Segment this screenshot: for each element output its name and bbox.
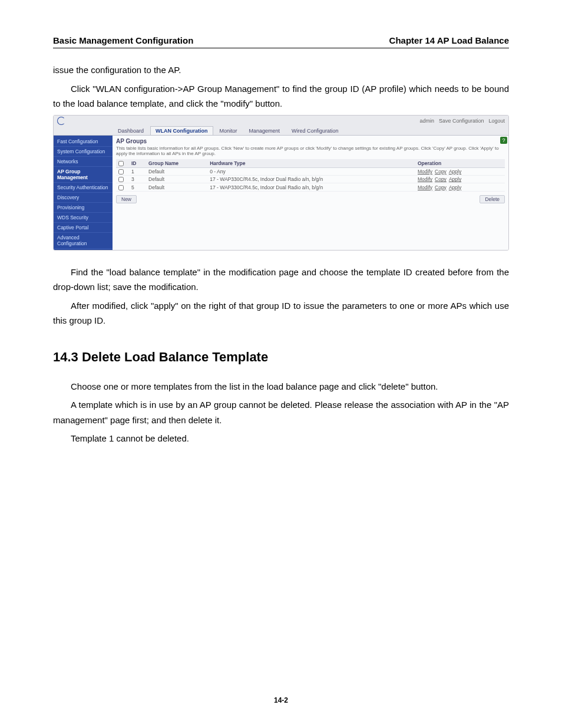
column-header: Hardware Type [207, 159, 415, 168]
tab-wlan-configuration[interactable]: WLAN Configuration [150, 126, 213, 135]
logo-swirl-icon [57, 117, 65, 125]
modify-link[interactable]: Modify [418, 176, 432, 182]
ap-groups-table: IDGroup NameHardware TypeOperation 1Defa… [116, 159, 505, 192]
tab-wired-configuration[interactable]: Wired Configuration [286, 126, 344, 135]
panel-title: AP Groups [116, 138, 505, 144]
tab-management[interactable]: Management [244, 126, 286, 135]
column-header: Group Name [146, 159, 207, 168]
row-checkbox[interactable] [118, 185, 124, 190]
copy-link[interactable]: Copy [435, 185, 447, 190]
tab-monitor[interactable]: Monitor [214, 126, 243, 135]
cell-operation: ModifyCopyApply [415, 176, 505, 183]
cell-id: 5 [129, 183, 146, 191]
cell-group-name: Default [146, 183, 207, 191]
column-header: ID [129, 159, 146, 168]
paragraph: Template 1 cannot be deleted. [53, 431, 509, 446]
select-all-checkbox[interactable] [118, 161, 124, 166]
cell-id: 3 [129, 176, 146, 183]
sidebar-item-fast-configuration[interactable]: Fast Configuration [54, 137, 113, 147]
new-button[interactable]: New [116, 195, 137, 203]
help-icon[interactable]: ? [500, 137, 507, 144]
header-right: Chapter 14 AP Load Balance [389, 35, 509, 45]
cell-group-name: Default [146, 176, 207, 183]
tab-dashboard[interactable]: Dashboard [113, 126, 149, 135]
modify-link[interactable]: Modify [418, 169, 432, 174]
copy-link[interactable]: Copy [435, 169, 447, 174]
top-tabs: DashboardWLAN ConfigurationMonitorManage… [54, 126, 508, 136]
row-checkbox[interactable] [118, 177, 124, 182]
left-sidebar: Fast ConfigurationSystem ConfigurationNe… [54, 136, 113, 250]
apply-link[interactable]: Apply [449, 169, 461, 174]
sidebar-item-discovery[interactable]: Discovery [54, 193, 113, 203]
sidebar-item-captive-portal[interactable]: Captive Portal [54, 223, 113, 233]
brand-logo [57, 117, 78, 125]
cell-operation: ModifyCopyApply [415, 167, 505, 175]
cell-hardware-type: 17 - WAP330C/R4.5c, Indoor Dual Radio a/… [207, 176, 415, 183]
column-header: Operation [415, 159, 505, 168]
cell-operation: ModifyCopyApply [415, 183, 505, 191]
cell-hardware-type: 0 - Any [207, 167, 415, 175]
screenshot-ap-groups: admin Save Configuration Logout Dashboar… [53, 115, 509, 251]
apply-link[interactable]: Apply [449, 176, 461, 182]
panel-description: This table lists basic information for a… [116, 146, 505, 157]
table-row: 3Default17 - WAP330C/R4.5c, Indoor Dual … [116, 176, 505, 183]
cell-id: 1 [129, 167, 146, 175]
modify-link[interactable]: Modify [418, 185, 432, 190]
paragraph: Find the "load balance template" in the … [53, 265, 509, 295]
save-config-link[interactable]: Save Configuration [439, 118, 484, 124]
sidebar-item-advanced-configuration[interactable]: Advanced Configuration [54, 233, 113, 249]
delete-button[interactable]: Delete [480, 195, 505, 203]
row-checkbox[interactable] [118, 169, 124, 174]
table-row: 5Default17 - WAP330C/R4.5c, Indoor Dual … [116, 183, 505, 191]
column-header [116, 159, 129, 168]
paragraph: A template which is in use by an AP grou… [53, 397, 509, 427]
user-label: admin [419, 118, 434, 124]
paragraph: After modified, click "apply" on the rig… [53, 298, 509, 328]
header-left: Basic Management Configuration [53, 35, 193, 45]
paragraph: Click "WLAN configuration->AP Group Mana… [53, 81, 509, 111]
section-title: 14.3 Delete Load Balance Template [53, 350, 509, 365]
cell-group-name: Default [146, 167, 207, 175]
copy-link[interactable]: Copy [435, 176, 447, 182]
sidebar-item-wds-security[interactable]: WDS Security [54, 213, 113, 223]
cell-hardware-type: 17 - WAP330C/R4.5c, Indoor Dual Radio a/… [207, 183, 415, 191]
paragraph: issue the configuration to the AP. [53, 62, 509, 78]
paragraph: Choose one or more templates from the li… [53, 379, 509, 394]
sidebar-item-networks[interactable]: Networks [54, 157, 113, 167]
page-number: 14-2 [0, 696, 562, 704]
sidebar-item-security-authentication[interactable]: Security Authentication [54, 183, 113, 193]
sidebar-item-provisioning[interactable]: Provisioning [54, 203, 113, 213]
sidebar-item-ap-group-management[interactable]: AP Group Management [54, 167, 113, 183]
sidebar-item-system-configuration[interactable]: System Configuration [54, 147, 113, 157]
apply-link[interactable]: Apply [449, 185, 461, 190]
table-row: 1Default0 - AnyModifyCopyApply [116, 167, 505, 175]
logout-link[interactable]: Logout [488, 118, 505, 124]
